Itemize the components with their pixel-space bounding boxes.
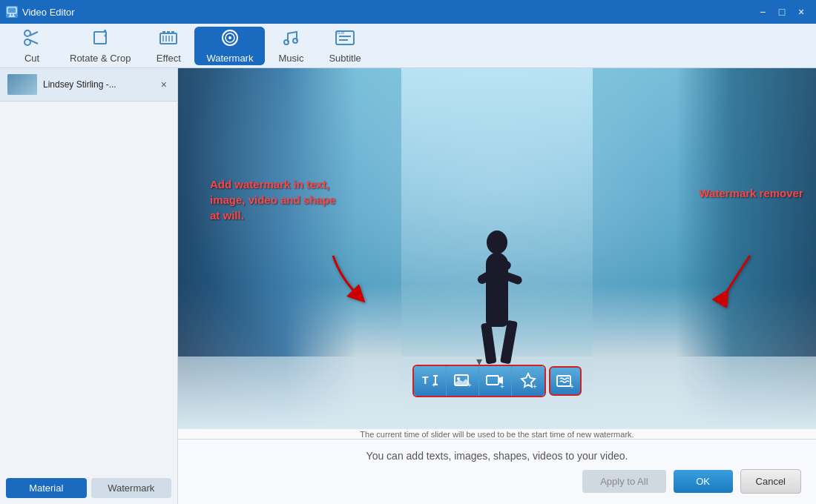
file-close-icon[interactable]: ×: [158, 77, 170, 92]
add-video-watermark-button[interactable]: +: [479, 366, 512, 396]
toolbar-wrapper: ▾ T +: [412, 365, 546, 397]
svg-rect-0: [7, 7, 16, 13]
svg-text:+: +: [500, 382, 504, 391]
tab-bar: Cut Rotate & Crop Effect: [0, 24, 816, 68]
sidebar-file-item[interactable]: Lindsey Stirling -... ×: [0, 68, 177, 102]
arrow-left: [318, 248, 378, 308]
minimize-button[interactable]: −: [754, 3, 771, 21]
app-icon: [6, 6, 18, 18]
annotation-left: Add watermark in text, image, video and …: [210, 176, 343, 223]
watermark-tool-group: T +: [412, 365, 546, 397]
annotation-right: Watermark remover: [699, 187, 803, 199]
tab-rotate[interactable]: Rotate & Crop: [58, 27, 142, 65]
add-shape-watermark-button[interactable]: +: [512, 366, 544, 396]
hint-bar: The current time of slider will be used …: [178, 428, 816, 439]
svg-rect-12: [171, 31, 174, 34]
tab-cut-label: Cut: [24, 53, 39, 64]
tab-subtitle[interactable]: SUB Subtitle: [317, 27, 372, 65]
svg-text:SUB: SUB: [337, 30, 345, 35]
tab-subtitle-label: Subtitle: [329, 53, 361, 64]
sidebar-buttons: Material Watermark: [0, 472, 177, 504]
svg-text:+: +: [467, 381, 472, 389]
bottom-actions: Apply to All OK Cancel: [193, 469, 801, 494]
bottom-panel: You can add texts, images, shapes, video…: [178, 439, 816, 504]
tab-effect[interactable]: Effect: [142, 27, 194, 65]
tab-watermark-label: Watermark: [206, 53, 253, 64]
bottom-message: You can add texts, images, shapes, video…: [193, 450, 801, 462]
svg-point-4: [24, 39, 30, 45]
hint-text: The current time of slider will be used …: [360, 430, 634, 439]
effect-icon: [158, 27, 179, 51]
tab-watermark[interactable]: Watermark: [194, 27, 265, 65]
file-name: Lindsey Stirling -...: [43, 79, 158, 90]
svg-point-19: [228, 36, 231, 39]
svg-text:+: +: [432, 381, 436, 389]
material-button[interactable]: Material: [6, 478, 87, 498]
svg-point-5: [24, 30, 30, 36]
arrow-right: [705, 248, 765, 308]
svg-rect-34: [487, 376, 499, 385]
app-title: Video Editor: [22, 7, 754, 18]
tab-rotate-label: Rotate & Crop: [70, 53, 131, 64]
add-text-watermark-button[interactable]: T +: [414, 366, 447, 396]
svg-text:+: +: [570, 382, 574, 391]
watermark-icon: [220, 27, 240, 51]
cut-icon: [22, 27, 42, 51]
svg-rect-8: [94, 32, 106, 44]
rotate-icon: [90, 27, 111, 51]
svg-rect-10: [162, 31, 165, 34]
apply-to-all-button: Apply to All: [582, 470, 665, 493]
tab-music[interactable]: Music: [265, 27, 317, 65]
tab-cut[interactable]: Cut: [6, 27, 58, 65]
video-area: Add watermark in text, image, video and …: [178, 68, 816, 428]
annotation-right-text: Watermark remover: [699, 187, 803, 199]
video-background: Add watermark in text, image, video and …: [178, 68, 816, 428]
sidebar: Lindsey Stirling -... × Material Waterma…: [0, 68, 178, 504]
main-content: Lindsey Stirling -... × Material Waterma…: [0, 68, 816, 504]
close-button[interactable]: ×: [792, 3, 810, 21]
add-image-watermark-button[interactable]: +: [447, 366, 479, 396]
video-container: Add watermark in text, image, video and …: [178, 68, 816, 428]
annotation-left-text: Add watermark in text, image, video and …: [210, 176, 343, 223]
tab-effect-label: Effect: [157, 53, 181, 64]
maximize-button[interactable]: □: [773, 3, 791, 21]
tab-music-label: Music: [278, 53, 303, 64]
title-bar: Video Editor − □ ×: [0, 0, 816, 24]
watermark-toolbar: ▾ T +: [412, 365, 582, 397]
remove-watermark-button[interactable]: +: [549, 366, 582, 396]
ok-button[interactable]: OK: [674, 470, 733, 493]
svg-point-20: [284, 40, 289, 44]
dancer-figure: [467, 231, 527, 364]
svg-text:T: T: [422, 374, 429, 386]
svg-rect-11: [167, 31, 170, 34]
right-panel: Add watermark in text, image, video and …: [178, 68, 816, 504]
window-controls: − □ ×: [754, 3, 810, 21]
subtitle-icon: SUB: [335, 27, 355, 51]
watermark-tab-button[interactable]: Watermark: [91, 478, 172, 498]
svg-point-21: [293, 39, 297, 43]
music-icon: [280, 27, 301, 51]
cancel-button[interactable]: Cancel: [740, 469, 801, 494]
file-thumbnail: [7, 74, 37, 95]
svg-text:+: +: [533, 382, 537, 391]
